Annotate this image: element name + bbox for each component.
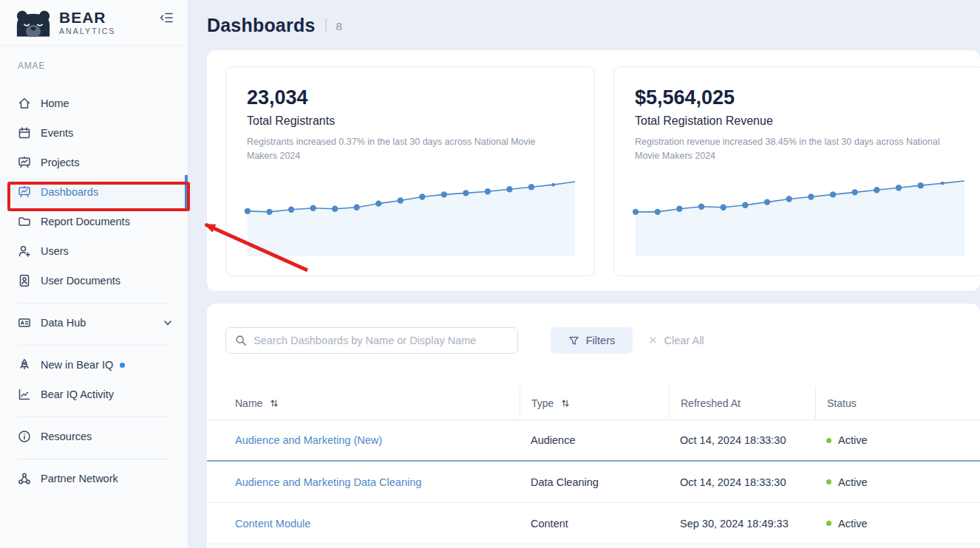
column-header-status: Status (815, 386, 980, 419)
presentation-chart-icon (18, 156, 31, 169)
sidebar-item-partner-network[interactable]: Partner Network (0, 464, 188, 493)
refreshed-at: Oct 14, 2024 18:33:30 (669, 476, 815, 488)
sidebar-item-label: Report Documents (41, 216, 130, 227)
table-row[interactable]: Audience and Marketing (New) Audience Oc… (207, 420, 980, 462)
status-dot-icon (826, 521, 831, 526)
dashboard-type: Audience (520, 434, 669, 446)
search-input[interactable] (253, 335, 508, 346)
status-cell: Active (815, 476, 980, 488)
stat-label: Total Registrants (247, 114, 574, 128)
sidebar-item-dashboards[interactable]: Dashboards (0, 177, 188, 207)
calendar-icon (18, 126, 31, 140)
close-icon: ✕ (648, 334, 658, 347)
status-badge: Active (838, 518, 868, 530)
sidebar-item-label: Dashboards (41, 186, 98, 198)
sidebar: BEAR ANALYTICS AMAE Home Events (0, 0, 188, 548)
home-icon (18, 97, 31, 110)
user-document-icon (18, 274, 31, 287)
sidebar-item-label: Events (41, 127, 73, 139)
column-header-type[interactable]: Type (520, 386, 669, 419)
search-icon (235, 335, 247, 346)
brand-name: BEAR (59, 10, 115, 25)
sidebar-item-label: Data Hub (41, 317, 86, 329)
activity-chart-icon (18, 388, 31, 401)
dashboard-name-link[interactable]: Content Module (224, 518, 520, 530)
stat-description: Registrants increased 0.37% in the last … (247, 135, 574, 164)
search-box[interactable] (225, 327, 518, 354)
user-plus-icon (18, 244, 31, 258)
notification-dot (120, 363, 125, 368)
dashboard-type: Data Cleaning (520, 476, 669, 488)
sidebar-item-label: Bear IQ Activity (41, 388, 114, 400)
divider (18, 417, 170, 417)
folder-icon (18, 215, 31, 228)
dashboard-name-link[interactable]: Audience and Marketing (New) (224, 434, 520, 446)
rocket-icon (18, 358, 31, 371)
stat-value: 23,034 (247, 86, 574, 109)
status-dot-icon (826, 438, 831, 443)
status-dot-icon (826, 479, 831, 484)
dashboard-name-link[interactable]: Audience and Marketing Data Cleaning (224, 476, 520, 488)
sidebar-item-label: User Documents (41, 275, 120, 287)
sidebar-item-label: Home (41, 97, 69, 109)
filters-button[interactable]: Filters (551, 327, 633, 354)
column-header-name[interactable]: Name (224, 386, 520, 419)
active-indicator (185, 175, 188, 209)
column-header-refreshed-at: Refreshed At (669, 386, 815, 419)
collapse-sidebar-icon[interactable] (160, 12, 173, 27)
sidebar-item-data-hub[interactable]: Data Hub (0, 308, 188, 338)
bear-logo-icon (15, 9, 52, 37)
table-row[interactable]: Audience and Marketing Data Cleaning Dat… (207, 462, 980, 503)
network-icon (18, 472, 31, 485)
stat-card-total-registrants: 23,034 Total Registrants Registrants inc… (225, 66, 595, 276)
registrants-sparkline-chart (245, 174, 578, 256)
divider (18, 345, 170, 346)
sidebar-item-bear-iq-activity[interactable]: Bear IQ Activity (0, 380, 188, 409)
chevron-down-icon (163, 318, 173, 328)
divider (18, 459, 170, 459)
info-icon (18, 430, 31, 443)
presentation-chart-icon (18, 185, 31, 199)
revenue-sparkline-chart (633, 174, 967, 256)
table-row[interactable]: Content Module Content Sep 30, 2024 18:4… (207, 503, 980, 544)
status-cell: Active (815, 518, 980, 530)
sidebar-item-label: Users (41, 245, 69, 257)
sidebar-item-home[interactable]: Home (0, 89, 188, 118)
data-hub-icon (18, 316, 31, 329)
sidebar-item-label: Partner Network (41, 473, 118, 484)
table-header: Name Type Refreshed At Status (207, 386, 980, 420)
page-title: Dashboards (207, 15, 315, 36)
status-badge: Active (838, 434, 868, 446)
sidebar-item-resources[interactable]: Resources (0, 422, 188, 451)
stat-label: Total Registation Revenue (635, 114, 963, 128)
dashboard-type: Content (520, 518, 669, 530)
sidebar-item-events[interactable]: Events (0, 118, 188, 148)
sort-icon[interactable] (560, 398, 571, 408)
refreshed-at: Oct 14, 2024 18:33:30 (669, 434, 815, 446)
stats-panel: 23,034 Total Registrants Registrants inc… (207, 50, 980, 291)
main-content: Dashboards 8 23,034 Total Registrants Re… (189, 0, 980, 548)
sidebar-item-projects[interactable]: Projects (0, 148, 188, 177)
sidebar-item-label: Projects (41, 157, 79, 168)
page-count-badge: 8 (325, 18, 341, 32)
status-badge: Active (838, 476, 868, 488)
sidebar-item-label: New in Bear IQ (41, 359, 113, 371)
sort-icon[interactable] (269, 398, 279, 408)
sidebar-item-label: Resources (41, 431, 92, 442)
sidebar-item-report-documents[interactable]: Report Documents (0, 207, 188, 236)
sidebar-item-users[interactable]: Users (0, 236, 188, 266)
table-body: Audience and Marketing (New) Audience Oc… (207, 420, 980, 544)
stat-card-registration-revenue: $5,564,025 Total Registation Revenue Reg… (613, 66, 980, 276)
clear-all-button[interactable]: ✕ Clear All (648, 327, 704, 354)
sidebar-item-new-in-bear-iq[interactable]: New in Bear IQ (0, 350, 188, 380)
toolbar: Filters ✕ Clear All (225, 327, 962, 354)
stat-value: $5,564,025 (635, 86, 963, 109)
sidebar-nav: Home Events Projects Dashboards Repor (0, 89, 188, 493)
dashboards-list-panel: Filters ✕ Clear All Name Type Refre (207, 304, 980, 548)
sidebar-item-user-documents[interactable]: User Documents (0, 266, 188, 295)
status-cell: Active (815, 434, 980, 446)
page-header: Dashboards 8 (189, 0, 980, 36)
logo: BEAR ANALYTICS (0, 0, 188, 46)
stat-description: Registration revenue increased 38.45% in… (635, 135, 963, 164)
refreshed-at: Sep 30, 2024 18:49:33 (669, 518, 815, 530)
